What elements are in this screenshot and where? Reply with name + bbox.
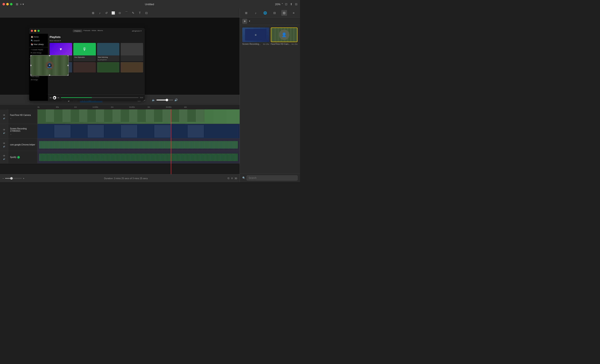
- timeline-fit-icon[interactable]: ⊡: [227, 177, 229, 180]
- delete-overlay-button[interactable]: ✕: [47, 63, 52, 67]
- fullscreen-button[interactable]: [10, 3, 12, 5]
- playlist-your-episodes[interactable]: 🎙 Your Episodes: [73, 43, 96, 61]
- frame-thumb-5: [71, 109, 79, 122]
- share-icon[interactable]: ⬆: [290, 2, 292, 6]
- undo-icon[interactable]: ↺: [104, 10, 109, 15]
- zoom-slider[interactable]: [5, 178, 22, 179]
- editing-toolbar: ⊞ ♪ ↺ ⬜ ⊙ ⌒ ✎ T ⊡: [0, 8, 240, 18]
- playlist-thumb-8[interactable]: [121, 62, 143, 73]
- spotify-tab-artists[interactable]: Artists: [92, 30, 96, 32]
- playlist-thumb-7[interactable]: [97, 62, 120, 73]
- track-eye-screen[interactable]: 👁: [3, 128, 5, 131]
- rp-icon-grid[interactable]: ⊞: [243, 10, 249, 16]
- track-eye-facetime[interactable]: 👁: [3, 114, 5, 117]
- record-icon[interactable]: ⊙: [117, 10, 122, 15]
- ruler-0s: 0s: [38, 106, 40, 108]
- track-volume-screen[interactable]: 🔊: [3, 132, 5, 134]
- rp-icon-table[interactable]: ⊟: [272, 10, 278, 16]
- frame-thumb-16: [162, 109, 171, 122]
- track-volume-chrome[interactable]: 🔊: [3, 146, 5, 148]
- spotify-fullscreen[interactable]: [38, 30, 40, 32]
- spotify-minimize[interactable]: [34, 30, 36, 32]
- sidebar-toggle-icon[interactable]: ⊞: [16, 2, 18, 6]
- traffic-lights: [2, 3, 12, 5]
- timeline-ruler: 0s 30s 1m 1m30s 2m 2m30s 3m 3m30s 4m: [0, 105, 240, 109]
- title-bar: ⊞ + ▾ Untitled 20% ⌃ ⊡ ⬆ ⊟: [0, 0, 300, 8]
- audio-icon[interactable]: ♪: [97, 10, 102, 15]
- filter-most-relevant[interactable]: Most relevant ▾: [50, 40, 61, 42]
- pen-icon[interactable]: ✎: [131, 10, 136, 15]
- spotify-progress[interactable]: [61, 97, 139, 98]
- screen-frame-8: [154, 125, 171, 138]
- timeline-split-icon[interactable]: ⊙: [231, 177, 233, 180]
- track-expand-facetime[interactable]: ⌄: [10, 117, 12, 119]
- spotify-tab-albums[interactable]: Albums: [97, 30, 103, 32]
- playlist-card-4[interactable]: [121, 43, 143, 61]
- close-button[interactable]: [2, 3, 5, 5]
- playlist-new-listening[interactable]: New listening by pkinghuton: [97, 43, 120, 61]
- spotify-close[interactable]: [31, 30, 33, 32]
- crop-icon[interactable]: ⊡: [285, 2, 288, 6]
- spotify-tab-podcasts[interactable]: Podcasts: [84, 30, 90, 32]
- spotify-create-playlist[interactable]: + Create Playlist: [29, 48, 48, 51]
- resize-handle-ml[interactable]: [30, 65, 31, 66]
- zoom-in-button[interactable]: +: [23, 177, 24, 180]
- rp-icon-globe[interactable]: 🌐: [262, 10, 268, 16]
- facetime-overlay[interactable]: 👤 ✕: [30, 55, 69, 76]
- resize-handle-tl[interactable]: [30, 55, 31, 56]
- rp-icon-layout[interactable]: ⊡: [281, 10, 287, 16]
- frame-thumb-8: [96, 109, 104, 122]
- resize-handle-tr[interactable]: [67, 55, 69, 56]
- track-name-spotify: Spotify: [10, 156, 17, 158]
- add-menu-button[interactable]: + ▾: [20, 2, 24, 6]
- track-volume-spotify[interactable]: 🔊: [3, 158, 5, 160]
- frame-rate-label[interactable]: 30: [234, 177, 237, 180]
- spotify-play[interactable]: ▶: [53, 96, 56, 99]
- spotify-tab-playlists[interactable]: Playlists: [73, 30, 82, 32]
- search-input[interactable]: [247, 176, 298, 180]
- volume-slider[interactable]: [157, 100, 173, 100]
- spotify-nav-library[interactable]: 📚 Your Library: [29, 43, 48, 46]
- track-volume-facetime[interactable]: 🔊: [3, 118, 5, 119]
- frame-thumb-1: [38, 109, 46, 122]
- track-eye-spotify[interactable]: 👁: [3, 154, 5, 157]
- resize-handle-bl[interactable]: [30, 75, 31, 76]
- screen-frame-6: [121, 125, 138, 138]
- resize-handle-bm[interactable]: [49, 75, 50, 76]
- volume-high-icon[interactable]: 🔊: [174, 98, 178, 102]
- monitor-icon[interactable]: ⬜: [111, 10, 116, 15]
- track-content-screen[interactable]: [38, 124, 240, 138]
- spotify-nav-home[interactable]: 🏠 Home: [29, 35, 48, 39]
- screen-frame-5: [104, 125, 121, 138]
- playlist-thumb-6[interactable]: [73, 62, 96, 73]
- media-thumb-facetime[interactable]: 👤 FaceTime HD Cam... 3m 25s: [271, 28, 298, 45]
- screen-frame-7: [138, 125, 154, 138]
- grid-icon[interactable]: ⊞: [91, 10, 96, 15]
- ruler-1m30s: 1m30s: [93, 106, 98, 108]
- spotify-liked-songs[interactable]: ♥ Liked Songs: [29, 51, 48, 54]
- spotify-next[interactable]: ⏭: [57, 96, 60, 99]
- track-eye-chrome[interactable]: 👁: [3, 142, 5, 145]
- media-thumb-screen[interactable]: 🖥 Screen Recording... 3m 25s: [242, 28, 269, 45]
- rp-icon-music[interactable]: ♪: [253, 10, 259, 16]
- layout2-icon[interactable]: ⊡: [144, 10, 149, 15]
- track-spotify: 👁 🔊 Spotify: [0, 151, 240, 164]
- track-expand-screen[interactable]: ⌄: [10, 133, 12, 135]
- text-icon[interactable]: T: [137, 10, 142, 15]
- spotify-prev[interactable]: ⏮: [50, 96, 52, 99]
- link-icon[interactable]: ⌒: [124, 10, 129, 15]
- track-content-chrome[interactable]: [38, 139, 240, 151]
- resize-handle-tm[interactable]: [49, 55, 50, 56]
- rp-icon-list[interactable]: ≡: [291, 10, 296, 16]
- volume-icon[interactable]: 🔈: [152, 98, 155, 102]
- layout-icon[interactable]: ⊟: [295, 2, 298, 6]
- spotify-all-songs[interactable]: All Songs: [29, 78, 48, 81]
- spotify-nav-search[interactable]: 🔍 Search: [29, 39, 48, 43]
- track-content-facetime[interactable]: [38, 109, 240, 124]
- add-media-button[interactable]: +: [242, 19, 247, 24]
- zoom-level: 20% ⌃: [275, 3, 283, 6]
- resize-handle-mr[interactable]: [67, 65, 69, 66]
- track-content-spotify[interactable]: [38, 151, 240, 163]
- minimize-button[interactable]: [6, 3, 9, 5]
- zoom-out-button[interactable]: −: [2, 177, 4, 180]
